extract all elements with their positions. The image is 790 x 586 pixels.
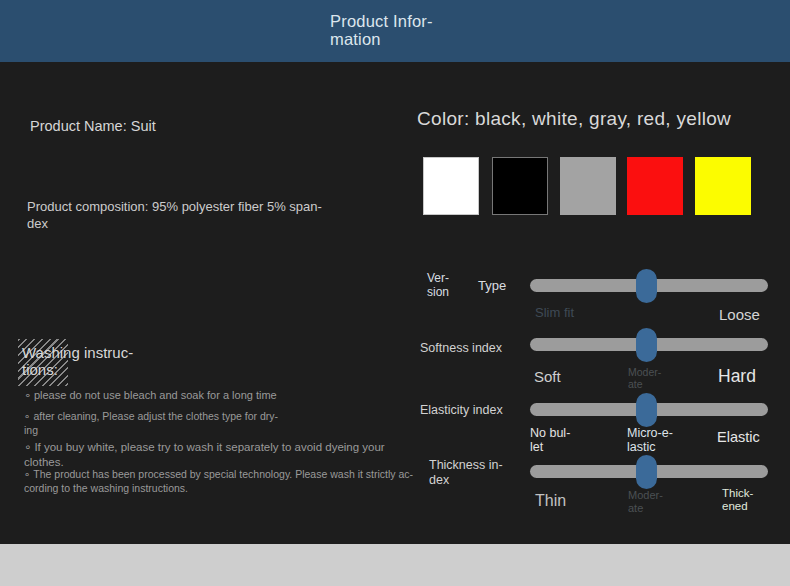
tick-thin: Thin — [535, 492, 566, 510]
tick-micro-elastic: Micro-e- lastic — [627, 426, 673, 455]
washing-instruction-item: ∘ If you buy white, please try to wash i… — [24, 440, 422, 470]
tick-slim-fit: Slim fit — [535, 306, 574, 321]
tick-loose: Loose — [719, 306, 760, 323]
type-slider-label: Type — [478, 278, 506, 293]
tick-soft: Soft — [534, 368, 561, 385]
elasticity-slider-handle[interactable] — [636, 393, 657, 427]
color-swatch-black[interactable] — [492, 157, 548, 215]
tick-moderate: Moder- ate — [628, 489, 663, 514]
color-swatch-gray[interactable] — [560, 157, 616, 215]
washing-instruction-item: ∘ after cleaning, Please adjust the clot… — [24, 410, 422, 438]
washing-instruction-item: ∘ The product has been processed by spec… — [24, 468, 422, 496]
color-options-heading: Color: black, white, gray, red, yellow — [417, 108, 731, 130]
tick-no-bullet: No bul- let — [530, 426, 570, 455]
tick-moderate: Moder- ate — [628, 366, 661, 390]
softness-slider-label: Softness index — [420, 341, 502, 355]
tick-elastic: Elastic — [717, 429, 760, 446]
color-swatch-yellow[interactable] — [695, 157, 751, 215]
tick-thickened: Thick- ened — [722, 487, 753, 513]
washing-instructions-heading: Washing instruc- tions: — [22, 344, 162, 379]
color-swatch-red[interactable] — [627, 157, 683, 215]
product-name-text: Product Name: Suit — [30, 118, 156, 134]
thickness-slider-handle[interactable] — [636, 455, 657, 489]
thickness-slider-label: Thickness in- dex — [429, 458, 503, 488]
type-slider-handle[interactable] — [636, 269, 657, 303]
version-group-label: Ver- sion — [427, 271, 449, 300]
product-composition-text: Product composition: 95% polyester fiber… — [27, 199, 387, 233]
softness-slider-handle[interactable] — [636, 328, 657, 362]
tick-hard: Hard — [718, 366, 756, 386]
elasticity-slider-label: Elasticity index — [420, 403, 503, 417]
footer-bar — [0, 544, 790, 586]
page-title: Product Infor- mation — [330, 12, 510, 49]
header-bar: Product Infor- mation — [0, 0, 790, 62]
washing-instruction-item: ∘ please do not use bleach and soak for … — [24, 388, 422, 403]
color-swatch-white[interactable] — [423, 157, 479, 215]
